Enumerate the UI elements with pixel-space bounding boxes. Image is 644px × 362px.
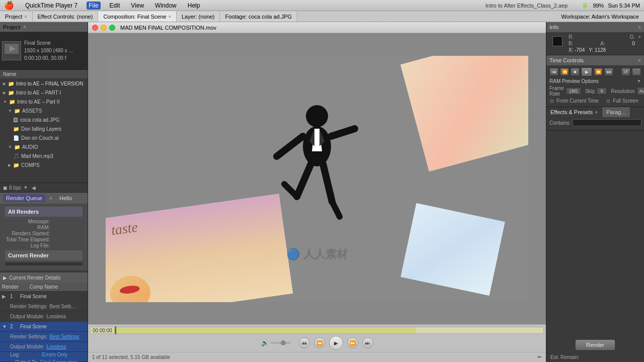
effects-search-input[interactable] [573, 119, 641, 126]
current-render-header[interactable]: Current Render [5, 250, 83, 260]
tc-options[interactable]: … [632, 68, 641, 76]
tree-item-1[interactable]: ▶ 📁 Intro to AE – PART I [0, 88, 88, 97]
transport-bar: 00:00:00 🔈 [88, 324, 546, 352]
tree-item-0[interactable]: ▶ 📁 Intro to AE – FINAL VERSION [0, 79, 88, 88]
tree-item-cocacola[interactable]: 🖼 coca cola ad.JPG [0, 115, 88, 124]
menubar-window[interactable]: Window [153, 2, 179, 10]
rewind-button[interactable]: ⏪ [314, 337, 325, 348]
tab-project-close[interactable]: × [24, 14, 27, 19]
apple-menu[interactable]: 🍎 [4, 1, 14, 10]
tab-effects-presets[interactable]: Effects & Presets × [546, 107, 602, 117]
render-row2-expand[interactable]: ▼ [2, 324, 8, 329]
tab-footage[interactable]: Footage: coca cola ad.JPG [220, 11, 297, 22]
full-screen-checkbox[interactable] [606, 99, 611, 104]
tree-item-comps[interactable]: ▶ 📁 COMPS [0, 160, 88, 169]
right-panel-spacer [546, 131, 644, 335]
bpc-arrow[interactable]: ▼ [23, 185, 28, 190]
edit-icon[interactable]: ✏ [537, 354, 542, 360]
render-button[interactable]: Render [575, 339, 615, 350]
workspace-label: Workspace: Adam's Workspace [556, 11, 644, 22]
maximize-button-traffic[interactable] [109, 25, 115, 31]
scrubber-needle[interactable] [115, 326, 116, 334]
project-panel-close[interactable]: × [23, 24, 26, 30]
menubar-help[interactable]: Help [186, 2, 202, 10]
volume-icon[interactable]: 🔈 [261, 339, 269, 346]
tree-item-audio[interactable]: ▼ 📁 AUDIO [0, 142, 88, 151]
bpc-prev-btn[interactable]: ◀ [32, 185, 36, 191]
volume-control: 🔈 [261, 339, 291, 346]
render-queue-close[interactable]: × [49, 196, 52, 201]
render-list: ▶ 1 Final Scene Render Settings: Best Se… [0, 292, 88, 362]
svg-line-6 [331, 129, 355, 136]
render-row-2[interactable]: ▼ 2 Final Scene [0, 322, 88, 332]
tc-play[interactable]: ▶ [581, 67, 592, 76]
tab-paragraph[interactable]: Parag... [602, 107, 630, 117]
svg-line-10 [332, 202, 340, 217]
tab-comp-close[interactable]: × [169, 14, 171, 19]
menubar-quicktime[interactable]: QuickTime Player 7 [23, 2, 79, 10]
tc-stop[interactable]: ■ [571, 68, 580, 76]
info-arrow-up[interactable]: + [638, 34, 641, 40]
output-to-link[interactable]: Final Scene.mov [40, 359, 77, 362]
go-to-end-button[interactable]: ⏭ [362, 337, 373, 348]
effects-search-row: Contains: [549, 119, 641, 126]
playback-btn-row: ⏮ ⏪ ■ ▶ ⏩ ⏭ ↺ … [549, 67, 641, 76]
svg-line-8 [284, 184, 297, 197]
hello-tab[interactable]: Hello [56, 194, 75, 202]
frame-rate-input[interactable] [566, 87, 581, 95]
viewer-title: MAD MEN FINAL COMPOSITION.mov [120, 25, 216, 31]
tree-item-assets[interactable]: ▼ 📁 ASSETS [0, 106, 88, 115]
timecode-display: 00:00:00 [91, 328, 114, 333]
from-current-checkbox[interactable] [549, 99, 554, 104]
effects-close[interactable]: × [595, 110, 598, 115]
menubar-file[interactable]: File [87, 2, 100, 10]
color-swatch [552, 36, 562, 46]
preview-area: taste [88, 33, 546, 324]
battery-level: 99% [593, 3, 604, 9]
volume-slider[interactable] [271, 342, 291, 344]
info-panel-close[interactable]: × [638, 25, 641, 30]
render-row1-expand[interactable]: ▶ [2, 294, 8, 299]
info-panel-section: Info × R: G: B: A: 0 [546, 22, 644, 55]
tree-item-donlayers[interactable]: 📁 Don falling Layers [0, 124, 88, 133]
tab-effect-controls[interactable]: Effect Controls: (none) [33, 11, 99, 22]
tree-item-madmen[interactable]: 🎵 Mad Men.mp3 [0, 151, 88, 160]
timeline-scrubber[interactable]: 00:00:00 [90, 327, 544, 334]
render-row-1[interactable]: ▶ 1 Final Scene [0, 292, 88, 302]
close-button-traffic[interactable] [92, 25, 98, 31]
output-module-link[interactable]: Lossless [46, 344, 66, 349]
effects-content: Contains: [546, 117, 644, 130]
bpc-label[interactable]: 8 bpc [9, 185, 21, 191]
play-button[interactable]: ▶ [329, 336, 343, 350]
tc-step-fwd[interactable]: ⏩ [594, 68, 603, 76]
tc-loop[interactable]: ↺ [621, 68, 630, 76]
resolution-select[interactable]: Auto [637, 87, 644, 95]
tc-step-back[interactable]: ⏪ [560, 68, 569, 76]
project-panel-title: Project [3, 24, 20, 30]
render-row2-output[interactable]: Output Module: Lossless [0, 342, 88, 352]
y-coord: Y: 1128 [589, 47, 606, 53]
tab-layer[interactable]: Layer: (none) [177, 11, 220, 22]
render-settings-link[interactable]: Best Settings [50, 334, 79, 339]
project-panel-header: Project × [0, 22, 88, 32]
menubar-view[interactable]: View [129, 2, 146, 10]
menubar-edit[interactable]: Edit [108, 2, 122, 10]
tree-item-2[interactable]: ▼ 📁 Intro to AE – Part II [0, 97, 88, 106]
viewer-bar: MAD MEN FINAL COMPOSITION.mov [88, 22, 546, 33]
tc-go-start[interactable]: ⏮ [549, 68, 558, 76]
fast-forward-button[interactable]: ⏩ [347, 337, 358, 348]
tc-go-end[interactable]: ⏭ [604, 68, 613, 76]
render-details-row[interactable]: ▶ Current Render Details [0, 273, 88, 283]
info-panel-header: Info × [546, 22, 644, 32]
go-to-start-button[interactable]: ⏮ [299, 337, 310, 348]
minimize-button-traffic[interactable] [101, 25, 107, 31]
skip-input[interactable] [597, 87, 607, 95]
time-controls-close[interactable]: × [638, 58, 641, 63]
volume-thumb[interactable] [281, 340, 286, 345]
render-row2-settings[interactable]: Render Settings: Best Settings [0, 332, 88, 342]
g-label: G: [630, 34, 635, 40]
tab-project[interactable]: Project × [0, 11, 33, 22]
tab-composition[interactable]: Composition: Final Scene × [98, 11, 177, 22]
tree-item-doncouch[interactable]: 📄 Don on Couch.ai [0, 133, 88, 142]
render-queue-tab[interactable]: Render Queue [3, 194, 45, 202]
